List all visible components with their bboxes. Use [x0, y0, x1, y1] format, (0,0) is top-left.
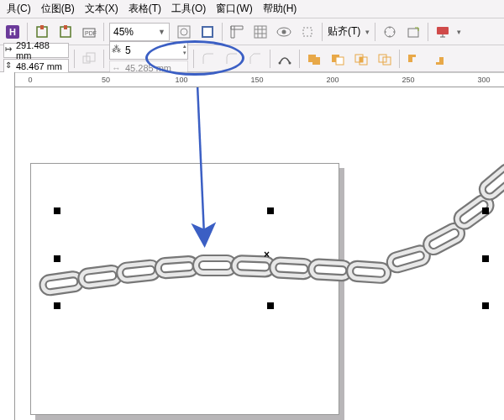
chain-object[interactable] [15, 87, 504, 420]
svg-rect-16 [437, 27, 449, 34]
separator [103, 50, 104, 68]
fullscreen-icon[interactable] [198, 23, 217, 41]
export-icon[interactable] [56, 23, 75, 41]
svg-rect-48 [353, 266, 386, 277]
svg-rect-40 [199, 261, 231, 270]
svg-rect-18 [87, 53, 95, 61]
grid-icon[interactable] [251, 23, 270, 41]
vertical-ruler[interactable] [0, 72, 15, 420]
selection-handle-mr[interactable] [482, 255, 489, 262]
selection-handle-bl[interactable] [54, 302, 60, 309]
separator [74, 50, 75, 68]
launch-icon[interactable] [404, 23, 423, 41]
selection-handle-ml[interactable] [54, 255, 60, 262]
menu-window[interactable]: 窗口(W) [211, 0, 257, 18]
svg-rect-13 [303, 28, 312, 36]
position-group: ↦ 291.488 mm ⇕ 48.467 mm [3, 43, 69, 74]
svg-rect-9 [203, 28, 212, 36]
back-minus-front-icon[interactable] [428, 50, 447, 68]
selection-handle-tm[interactable] [267, 207, 274, 214]
corner-chamfer-icon [246, 50, 265, 68]
import-icon[interactable] [33, 23, 51, 41]
menu-help[interactable]: 帮助(H) [258, 0, 302, 18]
x-position-value: 291.488 mm [16, 40, 66, 60]
spinner-icon[interactable]: ▴▾ [183, 43, 186, 56]
corner-round-icon [199, 50, 218, 68]
separator [27, 23, 28, 41]
svg-rect-6 [178, 26, 190, 38]
svg-rect-15 [408, 29, 418, 37]
svg-rect-38 [160, 262, 193, 273]
svg-rect-44 [276, 263, 307, 273]
separator [270, 50, 270, 68]
svg-point-19 [279, 61, 281, 64]
x-position-input[interactable]: ↦ 291.488 mm [3, 43, 69, 58]
x-axis-icon: ↦ [5, 45, 12, 54]
preview-icon[interactable] [275, 23, 293, 41]
svg-rect-22 [312, 57, 320, 65]
corner-scallop-icon [223, 50, 241, 68]
ruler-tick: 250 [402, 76, 414, 84]
snap-label[interactable]: 贴齐(T) [328, 24, 360, 39]
property-bar: ↦ 291.488 mm ⇕ 48.467 mm ⁂ 5 ▴▾ ↔ 45.285… [0, 45, 504, 72]
convert-curves-icon[interactable] [276, 50, 294, 68]
copies-input[interactable]: ⁂ 5 ▴▾ [109, 41, 188, 60]
canvas-area: 0 50 100 150 200 250 300 [0, 72, 504, 420]
separator [375, 23, 375, 41]
menu-tools[interactable]: 具(C) [2, 0, 36, 18]
svg-rect-10 [255, 26, 266, 38]
app-logo-icon: H [3, 23, 22, 41]
zoom-preset-icon[interactable] [175, 23, 193, 41]
presentation-icon[interactable] [433, 23, 452, 41]
ruler-tick: 300 [477, 76, 490, 84]
separator [428, 23, 428, 41]
ruler-tick: 200 [326, 76, 339, 84]
separator [299, 50, 300, 68]
menu-table[interactable]: 表格(T) [123, 0, 166, 18]
weld-icon[interactable] [305, 50, 323, 68]
trim-icon[interactable] [328, 50, 347, 68]
y-position-value: 48.467 mm [16, 61, 62, 71]
ruler-tick: 50 [102, 76, 110, 84]
scale-icon [80, 50, 98, 68]
separator [322, 23, 323, 41]
menu-text[interactable]: 文本(X) [80, 0, 123, 18]
menu-bar: 具(C) 位图(B) 文本(X) 表格(T) 工具(O) 窗口(W) 帮助(H) [0, 0, 504, 18]
ruler-tick: 150 [250, 76, 263, 84]
selection-handle-bm[interactable] [267, 302, 274, 309]
rulers-icon[interactable] [228, 23, 246, 41]
selection-handle-br[interactable] [482, 302, 489, 309]
svg-rect-46 [314, 265, 346, 275]
front-minus-back-icon[interactable] [405, 50, 423, 68]
intersect-icon[interactable] [352, 50, 370, 68]
selection-center-icon: × [264, 249, 270, 260]
svg-text:PDF: PDF [85, 30, 97, 36]
menu-tools2[interactable]: 工具(O) [166, 0, 211, 18]
svg-rect-42 [237, 261, 269, 270]
simplify-icon[interactable] [375, 50, 394, 68]
dropdown-icon: ▾ [457, 28, 461, 36]
workspace[interactable]: × [15, 87, 504, 420]
svg-rect-24 [336, 57, 344, 65]
separator [193, 50, 194, 68]
options-icon[interactable] [381, 23, 399, 41]
guides-icon[interactable] [298, 23, 317, 41]
selection-handle-tl[interactable] [54, 207, 60, 214]
selection-handle-tr[interactable] [482, 207, 489, 214]
dropdown-icon: ▾ [365, 28, 370, 36]
separator [103, 23, 104, 41]
svg-text:H: H [9, 27, 16, 37]
horizontal-ruler[interactable]: 0 50 100 150 200 250 300 [15, 72, 504, 87]
y-axis-icon: ⇕ [5, 60, 12, 70]
svg-point-20 [289, 61, 291, 64]
svg-rect-27 [360, 57, 363, 62]
main-toolbar: H PDF 45% ▼ 贴齐(T) ▾ ▾ [0, 18, 504, 45]
publish-icon[interactable]: PDF [80, 23, 98, 41]
svg-point-7 [181, 29, 187, 35]
copies-value: 5 [125, 45, 131, 56]
copies-icon: ⁂ [112, 44, 121, 55]
separator [399, 50, 400, 68]
svg-point-12 [282, 29, 286, 34]
menu-bitmap[interactable]: 位图(B) [36, 0, 80, 18]
zoom-level-input[interactable]: 45% ▼ [109, 23, 170, 41]
